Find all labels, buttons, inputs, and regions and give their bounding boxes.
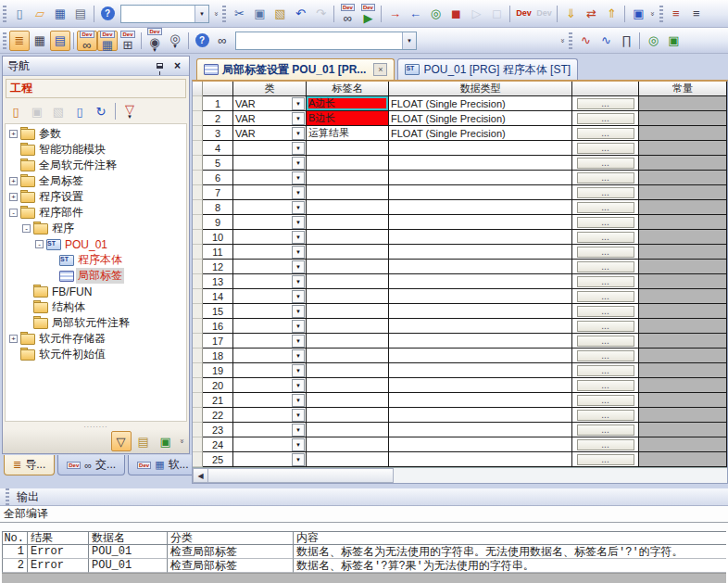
row-number-cell[interactable]: 23	[203, 423, 233, 437]
detail-more-button[interactable]: ...	[577, 321, 634, 332]
row-number-cell[interactable]: 25	[203, 452, 233, 467]
class-dropdown-icon[interactable]: ▼	[292, 216, 305, 229]
close-icon[interactable]: ×	[170, 59, 184, 72]
chevron-down-icon[interactable]: ▼	[402, 32, 416, 49]
navigation-window-toggle-button[interactable]: ≣	[9, 31, 30, 51]
edit-row-insert-button[interactable]: ≡	[666, 4, 686, 24]
tree-item-程序部件[interactable]: -程序部件	[6, 205, 186, 221]
detail-more-button[interactable]: ...	[577, 217, 634, 228]
type-cell[interactable]	[389, 423, 572, 437]
pin-icon[interactable]	[153, 59, 167, 72]
paste-button[interactable]: ▧	[270, 4, 290, 24]
class-cell[interactable]: ▼	[233, 304, 307, 319]
type-cell[interactable]	[389, 230, 572, 245]
type-cell[interactable]	[389, 245, 572, 260]
class-dropdown-icon[interactable]: ▼	[292, 231, 305, 244]
dock-tab-导...[interactable]: ≣导...	[4, 455, 55, 475]
class-cell[interactable]: ▼	[233, 393, 307, 408]
refresh-view-button[interactable]: ↻	[91, 101, 111, 121]
class-cell[interactable]: ▼	[233, 156, 307, 171]
statement-list-button[interactable]: ⇑	[601, 4, 621, 24]
label-cell[interactable]	[307, 423, 389, 437]
row-number-cell[interactable]: 21	[203, 393, 233, 408]
monitor-start-button[interactable]: ◎	[425, 4, 446, 24]
help-library-button[interactable]: ▤	[133, 431, 154, 451]
row-number-cell[interactable]: 20	[203, 378, 233, 393]
class-dropdown-icon[interactable]: ▼	[292, 246, 305, 259]
type-cell[interactable]	[389, 141, 572, 156]
class-dropdown-icon[interactable]: ▼	[292, 394, 305, 407]
label-cell[interactable]	[307, 274, 389, 289]
editor-tab[interactable]: STPOU_01 [PRG] 程序本体 [ST]	[397, 58, 578, 80]
collapse-icon[interactable]: -	[35, 240, 44, 248]
scroll-left-icon[interactable]: ◀	[193, 468, 208, 483]
class-dropdown-icon[interactable]: ▼	[292, 453, 305, 466]
trace-capture-button[interactable]: ▣	[663, 31, 684, 51]
type-cell[interactable]	[389, 437, 572, 452]
type-cell[interactable]	[389, 378, 572, 393]
type-cell[interactable]	[389, 363, 572, 378]
label-cell[interactable]	[307, 245, 389, 260]
label-cell[interactable]	[307, 437, 389, 452]
close-tab-icon[interactable]: ×	[373, 63, 387, 76]
row-number-cell[interactable]: 7	[203, 185, 233, 200]
tree-item-软元件存储器[interactable]: +软元件存储器	[6, 331, 186, 347]
row-number-cell[interactable]: 16	[203, 319, 233, 334]
new-project-button[interactable]: ▯	[9, 4, 30, 24]
tree-item-软元件初始值[interactable]: 软元件初始值	[6, 347, 186, 362]
label-cell[interactable]	[307, 215, 389, 230]
search-box[interactable]: ▼	[235, 32, 417, 50]
expand-icon[interactable]: +	[9, 335, 18, 343]
detail-more-button[interactable]: ...	[577, 291, 634, 302]
label-cell[interactable]	[307, 156, 389, 171]
row-number-cell[interactable]: 13	[203, 274, 233, 289]
detail-more-button[interactable]: ...	[577, 306, 634, 317]
label-cell[interactable]	[307, 363, 389, 378]
class-cell[interactable]: ▼	[233, 289, 307, 304]
class-dropdown-icon[interactable]: ▼	[292, 201, 305, 214]
class-cell[interactable]: ▼	[233, 334, 307, 349]
class-cell[interactable]: ▼	[233, 230, 307, 245]
row-number-cell[interactable]: 3	[203, 126, 233, 141]
detail-more-button[interactable]: ...	[577, 410, 634, 421]
class-cell[interactable]: ▼	[233, 378, 307, 393]
device-reference-button[interactable]: Dev⊞	[118, 31, 138, 51]
class-cell[interactable]: VAR▼	[233, 111, 307, 126]
tree-item-全局软元件注释[interactable]: 全局软元件注释	[6, 158, 186, 173]
help-button[interactable]: ?	[97, 4, 118, 24]
detail-more-button[interactable]: ...	[577, 380, 634, 391]
detail-more-button[interactable]: ...	[577, 202, 634, 213]
label-cell[interactable]	[307, 334, 389, 349]
expand-icon[interactable]: +	[9, 193, 18, 201]
dock-tab-交...[interactable]: Dev∞交...	[57, 455, 125, 475]
class-dropdown-icon[interactable]: ▼	[292, 127, 305, 140]
type-cell[interactable]: FLOAT (Single Precision)	[389, 96, 572, 111]
function-selector[interactable]: ▼	[120, 5, 209, 23]
class-dropdown-icon[interactable]: ▼	[292, 349, 305, 362]
tree-item-全局标签[interactable]: +全局标签	[6, 173, 186, 189]
class-dropdown-icon[interactable]: ▼	[292, 112, 305, 125]
detail-more-button[interactable]: ...	[577, 425, 634, 436]
class-cell[interactable]: VAR▼	[233, 126, 307, 141]
device-test-button[interactable]: Dev▶	[358, 4, 378, 24]
class-dropdown-icon[interactable]: ▼	[292, 305, 305, 318]
copy-button[interactable]: ▣	[249, 4, 270, 24]
label-cell[interactable]	[307, 200, 389, 215]
cut-button[interactable]: ✂	[229, 4, 249, 24]
class-cell[interactable]: ▼	[233, 260, 307, 274]
class-cell[interactable]: ▼	[233, 349, 307, 363]
type-cell[interactable]	[389, 200, 572, 215]
class-cell[interactable]: ▼	[233, 319, 307, 334]
detail-more-button[interactable]: ...	[577, 232, 634, 243]
edit-row-delete-button[interactable]: ≡	[686, 4, 707, 24]
row-number-cell[interactable]: 15	[203, 304, 233, 319]
output-row[interactable]: 2ErrorPOU_01检查局部标签数据名、标签名'?算?果'为无法使用的字符串…	[2, 559, 726, 573]
class-cell[interactable]: ▼	[233, 185, 307, 200]
class-cell[interactable]: ▼	[233, 171, 307, 185]
detail-more-button[interactable]: ...	[577, 336, 634, 347]
row-number-cell[interactable]: 17	[203, 334, 233, 349]
tree-item-参数[interactable]: +参数	[6, 126, 186, 142]
label-cell[interactable]	[307, 349, 389, 363]
detail-more-button[interactable]: ...	[577, 350, 634, 361]
class-dropdown-icon[interactable]: ▼	[292, 275, 305, 288]
